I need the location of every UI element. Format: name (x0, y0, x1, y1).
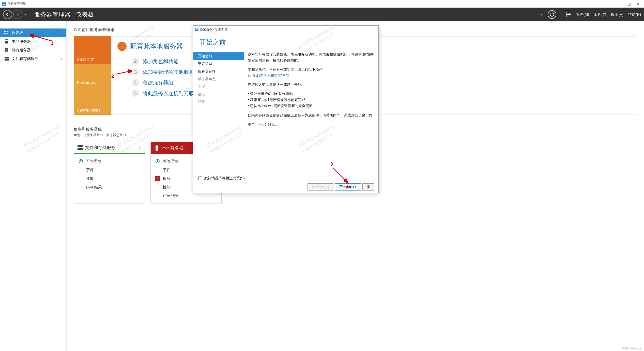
wizard-bullet: 管理员帐户使用的是强密码 (248, 91, 374, 97)
card-count: 1 (139, 145, 141, 150)
sidebar-item-all-servers[interactable]: 所有服务器 (0, 46, 66, 54)
sidebar: 仪表板 本地服务器 所有服务器 文件和存储服务 ▷ (0, 21, 67, 351)
wizard-title-text: 添加角色和功能向导 (200, 27, 227, 32)
annotation-label-2: 2 (111, 74, 114, 79)
footer-credit: CSDN @Patanja (622, 347, 641, 350)
wizard-titlebar: 添加角色和功能向导 (193, 26, 378, 33)
svg-rect-4 (7, 31, 8, 32)
storage-icon (4, 56, 9, 61)
annotation-label-3: 3 (330, 162, 333, 167)
remove-roles-link[interactable]: 启动"删除角色和功能"向导 (248, 73, 289, 77)
svg-rect-8 (5, 40, 8, 41)
wizard-bullet: 静态 IP 地址等网络设置已配置完成 (248, 97, 374, 103)
configure-title[interactable]: 配置此本地服务器 (130, 42, 183, 51)
card-line-label: 性能 (86, 176, 94, 181)
menu-tools[interactable]: 工具(T) (594, 12, 606, 17)
refresh-button[interactable] (548, 10, 556, 19)
server-icon (4, 39, 9, 44)
tile-label: 了解详细信息(L) (76, 108, 100, 113)
sidebar-item-local-server[interactable]: 本地服务器 (0, 37, 66, 46)
svg-rect-14 (78, 148, 83, 150)
nav-dropdown-icon[interactable]: ▼ (23, 13, 29, 16)
step-label: 添加角色和功能 (143, 58, 178, 65)
breadcrumb: 服务器管理器 · 仪表板 (34, 10, 94, 19)
svg-rect-20 (196, 30, 198, 30)
arrow-up-icon (78, 159, 84, 163)
card-title: 本地服务器 (162, 145, 183, 151)
tile-label: 新增功能(W) (76, 81, 95, 85)
wizard-text: 该向导可帮助你安装角色、角色服务或功能。你需要根据组织的计算要求(例如共要安装的… (248, 51, 374, 64)
wizard-content: 该向导可帮助你安装角色、角色服务或功能。你需要根据组织的计算要求(例如共要安装的… (244, 50, 378, 174)
menu-view[interactable]: 视图(V) (611, 12, 623, 17)
wizard-step: 结果 (193, 98, 244, 106)
wizard-step: 确认 (193, 91, 244, 98)
refresh-icon (549, 12, 555, 17)
sidebar-item-label: 仪表板 (12, 31, 23, 35)
wizard-heading: 开始之前 (193, 33, 378, 50)
tile-quickstart[interactable]: 快速启动(Q) (74, 36, 111, 64)
arrow-right-icon (16, 12, 20, 17)
svg-rect-1 (3, 3, 5, 3)
skip-checkbox[interactable] (198, 177, 202, 180)
card-line-label: 事件 (86, 168, 94, 172)
wizard-step[interactable]: 开始之前 (193, 52, 244, 60)
skip-label: 默认情况下将跳过此页(S) (204, 176, 245, 181)
nav-forward-button[interactable] (13, 10, 22, 19)
window-minimize-icon[interactable]: — (618, 2, 622, 6)
svg-rect-5 (4, 33, 6, 34)
card-line-label: 性能 (163, 185, 171, 190)
step-label: 添加要管理的其他服务 (143, 69, 194, 76)
wizard-prev-button: < 上一步(P) (308, 183, 333, 191)
servers-icon (4, 48, 9, 52)
svg-rect-3 (4, 31, 6, 32)
app-icon (2, 2, 6, 6)
step-label: 创建服务器组 (143, 79, 173, 86)
wizard-text: 单击"下一步"继续。 (248, 122, 374, 128)
step-badge-1: 1 (117, 42, 127, 51)
annotation-label-1: 1 (51, 41, 53, 46)
tile-whatsnew[interactable]: 新增功能(W) (74, 64, 111, 87)
card-line-label: 事件 (163, 168, 171, 172)
tile-learnmore[interactable]: 了解详细信息(L) (74, 87, 111, 115)
sidebar-item-label: 文件和存储服务 (12, 56, 38, 61)
sidebar-item-label: 所有服务器 (12, 48, 31, 53)
sidebar-item-storage[interactable]: 文件和存储服务 ▷ (0, 54, 66, 63)
wizard-text: 要删除角色、角色服务或功能，请执行以下操作: (248, 67, 324, 71)
menu-help[interactable]: 帮助(H) (628, 12, 641, 17)
wizard-text: 在继续之前，请确认完成以下任务: (248, 82, 374, 88)
role-card-storage[interactable]: 文件和存储服务 1 可管理性 事件 性能 BPA 结果 (74, 142, 145, 203)
svg-rect-16 (156, 145, 158, 151)
window-maximize-icon[interactable]: ▢ (627, 2, 631, 6)
wizard-next-button[interactable]: 下一步(N) > (335, 183, 361, 191)
server-icon (154, 145, 159, 151)
wizard-step-list: 开始之前 安装类型 服务器选择 服务器角色 功能 确认 结果 (193, 50, 244, 174)
add-roles-wizard-dialog: 添加角色和功能向导 开始之前 开始之前 安装类型 服务器选择 服务器角色 功能 … (193, 25, 379, 193)
flag-icon[interactable] (566, 11, 571, 18)
wizard-step[interactable]: 服务器选择 (193, 68, 244, 75)
svg-rect-13 (78, 145, 83, 147)
svg-rect-11 (5, 57, 9, 58)
wizard-step: 服务器角色 (193, 75, 244, 83)
card-line-label: 服务 (163, 176, 171, 181)
svg-rect-2 (3, 4, 5, 5)
svg-rect-10 (5, 49, 8, 52)
title-bar: 服务器管理器 — ▢ ✕ (0, 0, 644, 8)
menu-manage[interactable]: 管理(M) (576, 12, 589, 17)
chevron-right-icon: ▷ (60, 57, 62, 61)
wizard-install-button[interactable]: 安 (362, 183, 374, 191)
svg-rect-6 (7, 33, 8, 34)
arrow-left-icon (5, 12, 10, 17)
wizard-step[interactable]: 安装类型 (193, 60, 244, 68)
sidebar-item-dashboard[interactable]: 仪表板 (0, 28, 66, 37)
window-close-icon[interactable]: ✕ (636, 2, 639, 6)
header-dropdown-icon[interactable]: ▼ (540, 13, 543, 16)
header-bar: ▼ 服务器管理器 · 仪表板 ▼ 管理(M) 工具(T) 视图(V) 帮助(H) (0, 8, 644, 21)
separator (561, 11, 561, 18)
card-line-label: BPA 结果 (86, 185, 102, 190)
wizard-step: 功能 (193, 83, 244, 91)
nav-back-button[interactable] (3, 10, 12, 19)
error-count-badge: 3 (155, 176, 160, 181)
app-icon (195, 28, 198, 31)
card-title: 文件和存储服务 (85, 145, 115, 151)
step-label: 将此服务器连接到云服 (143, 90, 194, 97)
